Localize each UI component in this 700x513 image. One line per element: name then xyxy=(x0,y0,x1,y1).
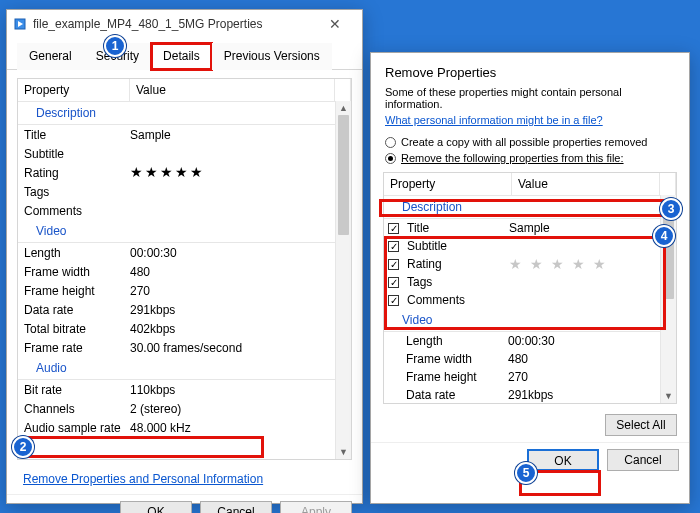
prop-value: 402kbps xyxy=(130,322,345,336)
radio-label: Remove the following properties from thi… xyxy=(401,152,624,164)
property-row[interactable]: ✓Tags xyxy=(384,273,676,291)
tab-previous-versions[interactable]: Previous Versions xyxy=(212,43,332,70)
prop-name: Frame height xyxy=(24,284,130,298)
properties-header: Property Value xyxy=(384,173,676,196)
prop-value: 270 xyxy=(508,370,670,384)
prop-name: Subtitle xyxy=(407,239,503,253)
prop-name: Total bitrate xyxy=(24,322,130,336)
callout-badge-3: 3 xyxy=(660,198,682,220)
prop-name: Title xyxy=(24,128,130,142)
cancel-button[interactable]: Cancel xyxy=(200,501,272,513)
apply-button: Apply xyxy=(280,501,352,513)
property-row[interactable]: Length00:00:30 xyxy=(18,243,351,262)
prop-value: 00:00:30 xyxy=(508,334,670,348)
tab-details[interactable]: Details xyxy=(151,43,212,70)
property-row[interactable]: ✓TitleSample xyxy=(384,219,676,237)
column-property-header[interactable]: Property xyxy=(18,79,130,101)
column-property-header[interactable]: Property xyxy=(384,173,512,195)
property-row[interactable]: Tags xyxy=(18,182,351,201)
property-row[interactable]: Audio sample rate48.000 kHz xyxy=(18,418,351,437)
dialog-title: Remove Properties xyxy=(371,53,689,84)
section-description: Description xyxy=(18,102,351,125)
property-row[interactable]: Rating★★★★★ xyxy=(18,163,351,182)
remove-properties-link[interactable]: Remove Properties and Personal Informati… xyxy=(19,470,267,488)
rating-stars-icon[interactable]: ★ ★ ★ ★ ★ xyxy=(509,258,670,270)
property-row[interactable]: ✓Rating★ ★ ★ ★ ★ xyxy=(384,255,676,273)
property-row[interactable]: Data rate291kbps xyxy=(18,300,351,319)
tab-general[interactable]: General xyxy=(17,43,84,70)
prop-name: Rating xyxy=(24,166,130,180)
prop-value xyxy=(130,147,345,161)
prop-name: Bit rate xyxy=(24,383,130,397)
close-button[interactable]: ✕ xyxy=(314,11,356,37)
prop-name: Tags xyxy=(407,275,503,289)
property-row[interactable]: Data rate291kbps xyxy=(384,386,676,404)
prop-name: Title xyxy=(407,221,503,235)
property-row[interactable]: Total bitrate402kbps xyxy=(18,319,351,338)
checkbox[interactable]: ✓ xyxy=(388,223,399,234)
section-description: Description xyxy=(384,196,676,219)
scroll-up-icon[interactable]: ▲ xyxy=(336,101,351,115)
checkbox[interactable]: ✓ xyxy=(388,277,399,288)
prop-name: Frame height xyxy=(406,370,502,384)
prop-value: 2 (stereo) xyxy=(130,402,345,416)
ok-button[interactable]: OK xyxy=(120,501,192,513)
property-row[interactable]: Frame width480 xyxy=(18,262,351,281)
property-row[interactable]: TitleSample xyxy=(18,125,351,144)
radio-icon xyxy=(385,137,396,148)
property-row[interactable]: ✓Subtitle xyxy=(384,237,676,255)
properties-header: Property Value xyxy=(18,79,351,102)
scroll-thumb[interactable] xyxy=(663,209,674,299)
property-row[interactable]: Comments xyxy=(18,201,351,220)
column-value-header[interactable]: Value xyxy=(512,173,660,195)
prop-name: Audio sample rate xyxy=(24,421,130,435)
property-row[interactable]: Frame width480 xyxy=(384,350,676,368)
radio-icon xyxy=(385,153,396,164)
radio-remove-following[interactable]: Remove the following properties from thi… xyxy=(371,150,689,166)
prop-name: Subtitle xyxy=(24,147,130,161)
prop-value: 480 xyxy=(508,352,670,366)
prop-name: Frame width xyxy=(406,352,502,366)
property-row[interactable]: Channels2 (stereo) xyxy=(18,399,351,418)
section-audio: Audio xyxy=(18,357,351,380)
checkbox[interactable]: ✓ xyxy=(388,295,399,306)
titlebar[interactable]: file_example_MP4_480_1_5MG Properties ✕ xyxy=(7,10,362,38)
property-row[interactable]: ✓Comments xyxy=(384,291,676,309)
dialog-button-row: OK Cancel Apply xyxy=(7,494,362,513)
tab-strip: General Security Details Previous Versio… xyxy=(7,42,362,70)
property-row[interactable]: Bit rate110kbps xyxy=(18,380,351,399)
cancel-button[interactable]: Cancel xyxy=(607,449,679,471)
prop-value xyxy=(130,204,345,218)
rating-stars-icon[interactable]: ★★★★★ xyxy=(130,166,345,180)
prop-value xyxy=(130,185,345,199)
prop-value: 270 xyxy=(130,284,345,298)
ok-button[interactable]: OK xyxy=(527,449,599,471)
scroll-thumb[interactable] xyxy=(338,115,349,235)
column-value-header[interactable]: Value xyxy=(130,79,335,101)
prop-value: Sample xyxy=(509,221,670,235)
properties-list: Property Value Description TitleSample S… xyxy=(17,78,352,460)
scroll-down-icon[interactable]: ▼ xyxy=(336,445,351,459)
close-icon: ✕ xyxy=(329,16,341,32)
prop-name: Length xyxy=(24,246,130,260)
checkbox[interactable]: ✓ xyxy=(388,241,399,252)
scrollbar[interactable]: ▲ ▼ xyxy=(335,101,351,459)
property-row[interactable]: Subtitle xyxy=(18,144,351,163)
select-all-button[interactable]: Select All xyxy=(605,414,677,436)
prop-name: Comments xyxy=(407,293,503,307)
section-video: Video xyxy=(384,309,676,332)
prop-name: Channels xyxy=(24,402,130,416)
property-row[interactable]: Frame height270 xyxy=(18,281,351,300)
radio-create-copy[interactable]: Create a copy with all possible properti… xyxy=(371,134,689,150)
scroll-down-icon[interactable]: ▼ xyxy=(661,389,676,403)
personal-info-help-link[interactable]: What personal information might be in a … xyxy=(371,112,689,134)
prop-name: Frame width xyxy=(24,265,130,279)
property-row[interactable]: Length00:00:30 xyxy=(384,332,676,350)
dialog-description: Some of these properties might contain p… xyxy=(371,84,689,112)
prop-name: Rating xyxy=(407,257,503,271)
property-row[interactable]: Frame rate30.00 frames/second xyxy=(18,338,351,357)
property-row[interactable]: Frame height270 xyxy=(384,368,676,386)
properties-window: file_example_MP4_480_1_5MG Properties ✕ … xyxy=(6,9,363,504)
checkbox[interactable]: ✓ xyxy=(388,259,399,270)
remove-properties-list: Property Value Description ✓TitleSample … xyxy=(383,172,677,404)
